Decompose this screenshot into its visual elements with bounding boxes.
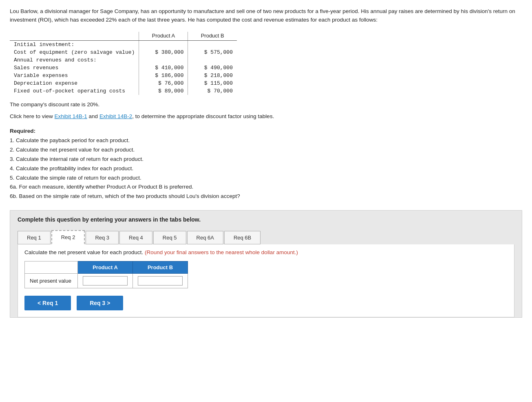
row-sales-label: Sales revenues <box>10 64 139 72</box>
exhibit-suffix: , to determine the appropriate discount … <box>132 113 274 119</box>
complete-box-title: Complete this question by entering your … <box>18 216 514 223</box>
npv-input-a[interactable] <box>83 276 128 286</box>
row-equipment-label: Cost of equipment (zero salvage value) <box>10 48 139 56</box>
npv-input-b[interactable] <box>138 276 183 286</box>
req-item-2: 2. Calculate the net present value for e… <box>10 147 135 153</box>
npv-input-a-cell[interactable] <box>78 274 133 288</box>
nav-buttons: < Req 1 Req 3 > <box>24 296 508 310</box>
col-b-header: Product B <box>188 32 237 41</box>
req-item-5: 5. Calculate the simple rate of return f… <box>10 175 141 181</box>
row-variable-b: $ 218,000 <box>188 72 237 79</box>
tab-req2[interactable]: Req 2 <box>51 230 85 244</box>
exhibit-line: Click here to view Exhibit 14B-1 and Exh… <box>10 113 522 119</box>
req-item-6b: 6b. Based on the simple rate of return, … <box>10 193 240 199</box>
row-equipment-a: $ 380,000 <box>139 48 188 56</box>
tab-req4[interactable]: Req 4 <box>119 231 152 244</box>
instruction-text: Calculate the net present value for each… <box>24 249 143 255</box>
row-fixed-b: $ 70,000 <box>188 87 237 95</box>
tabs-row: Req 1 Req 2 Req 3 Req 4 Req 5 Req 6A Req… <box>18 228 514 244</box>
tab-req6b[interactable]: Req 6B <box>224 231 260 244</box>
req-item-6a: 6a. For each measure, identify whether P… <box>10 184 193 190</box>
row-equipment-b: $ 575,000 <box>188 48 237 56</box>
row-depreciation-label: Depreciation expense <box>10 79 139 87</box>
row-depreciation-a: $ 76,000 <box>139 79 188 87</box>
required-section: Required: 1. Calculate the payback perio… <box>10 127 522 202</box>
tab-req6a[interactable]: Req 6A <box>187 231 223 244</box>
row-fixed-label: Fixed out-of-pocket operating costs <box>10 87 139 95</box>
exhibit-prefix: Click here to view <box>10 113 55 119</box>
complete-box: Complete this question by entering your … <box>10 210 522 318</box>
exhibit-14b1-link[interactable]: Exhibit 14B-1 <box>55 113 87 119</box>
row-variable-a: $ 186,000 <box>139 72 188 79</box>
col-a-header: Product A <box>139 32 188 41</box>
row-variable-label: Variable expenses <box>10 72 139 79</box>
answer-table: Product A Product B Net present value <box>24 261 188 288</box>
npv-row-label: Net present value <box>25 274 78 288</box>
exhibit-14b2-link[interactable]: Exhibit 14B-2 <box>99 113 132 119</box>
tab-req1[interactable]: Req 1 <box>18 231 51 244</box>
row-sales-b: $ 490,000 <box>188 64 237 72</box>
instruction-line: Calculate the net present value for each… <box>24 249 508 255</box>
next-button[interactable]: Req 3 > <box>77 296 123 310</box>
intro-paragraph: Lou Barlow, a divisional manager for Sag… <box>10 7 522 24</box>
data-table: Product A Product B Initial investment: … <box>10 32 237 95</box>
req-item-3: 3. Calculate the internal rate of return… <box>10 156 143 162</box>
content-area: Calculate the net present value for each… <box>18 244 514 317</box>
exhibit-middle: and <box>87 113 99 119</box>
req-item-1: 1. Calculate the payback period for each… <box>10 137 130 143</box>
tab-req5[interactable]: Req 5 <box>153 231 186 244</box>
row-depreciation-b: $ 115,000 <box>188 79 237 87</box>
prev-button[interactable]: < Req 1 <box>24 296 71 310</box>
row-initial-label: Initial investment: <box>10 40 139 48</box>
discount-text: The company's discount rate is 20%. <box>10 101 522 108</box>
round-note-text: (Round your final answers to the nearest… <box>145 249 298 255</box>
required-title: Required: <box>10 128 35 134</box>
row-annual-label: Annual revenues and costs: <box>10 56 139 64</box>
row-sales-a: $ 410,000 <box>139 64 188 72</box>
npv-input-b-cell[interactable] <box>133 274 188 288</box>
tab-req3[interactable]: Req 3 <box>86 231 119 244</box>
answer-table-empty-header <box>25 261 78 274</box>
answer-col-a-header: Product A <box>78 261 133 274</box>
row-fixed-a: $ 89,000 <box>139 87 188 95</box>
answer-col-b-header: Product B <box>133 261 188 274</box>
req-item-4: 4. Calculate the profitability index for… <box>10 165 133 171</box>
